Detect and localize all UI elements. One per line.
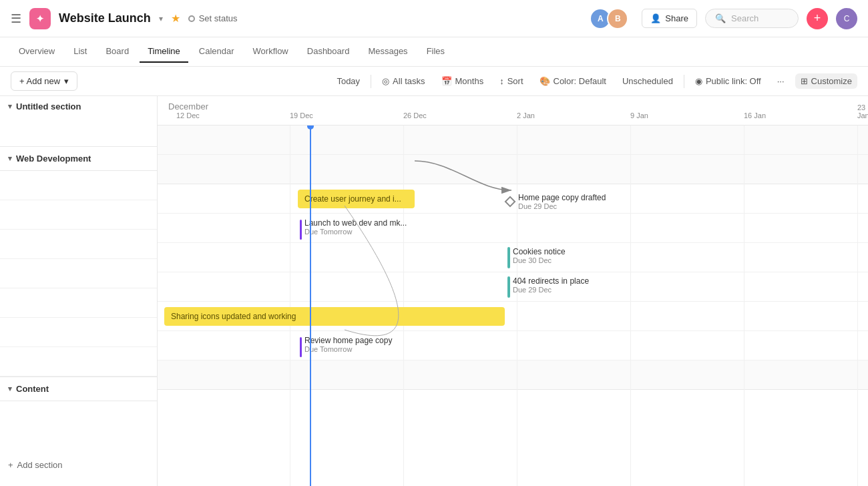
add-section-button[interactable]: + Add section: [0, 455, 157, 475]
unscheduled-button[interactable]: Unscheduled: [617, 73, 678, 89]
task-row-left-2: [0, 200, 157, 230]
toolbar-separator-2: [684, 75, 684, 88]
date-26dec: 26 Dec: [403, 111, 427, 119]
task-row-left-3: [0, 230, 157, 259]
task-label-home-page-copy: Home page copy drafted: [518, 193, 606, 202]
calendar-icon: 📅: [441, 76, 452, 86]
task-label-launch: Launch to web dev and mk...: [304, 218, 407, 228]
tab-dashboard[interactable]: Dashboard: [299, 41, 358, 63]
task-item-404[interactable]: 404 redirects in place Due 29 Dec: [507, 276, 589, 298]
task-bar-sharing-icons[interactable]: Sharing icons updated and working: [164, 307, 505, 326]
section-content[interactable]: ▾ Content: [0, 377, 157, 401]
collapse-icon-content: ▾: [8, 385, 12, 393]
share-button[interactable]: 👤 Share: [642, 9, 697, 28]
untitled-section-row: [158, 126, 868, 155]
sort-button[interactable]: ↕ Sort: [494, 73, 528, 89]
task-row-left-4: [0, 259, 157, 288]
public-link-button[interactable]: ◉ Public link: Off: [690, 73, 767, 89]
purple-bar-review: [300, 337, 302, 357]
tab-list[interactable]: List: [65, 41, 95, 63]
task-label-cookies: Cookies notice: [513, 247, 566, 256]
app-logo: ✦: [29, 8, 51, 29]
tab-board[interactable]: Board: [97, 41, 137, 63]
task-row-left-7: [0, 347, 157, 377]
content-section-row: [158, 360, 868, 390]
tab-overview[interactable]: Overview: [11, 41, 63, 63]
link-icon: ◉: [695, 76, 702, 86]
current-user-avatar[interactable]: C: [836, 8, 857, 29]
task-due-review: Due Tomorrow: [304, 345, 392, 353]
toolbar: + Add new ▾ Today ◎ All tasks 📅 Months ↕…: [0, 67, 868, 96]
task-label-404: 404 redirects in place: [513, 276, 589, 286]
diamond-icon: [505, 196, 516, 208]
task-item-cookies[interactable]: Cookies notice Due 30 Dec: [507, 247, 566, 268]
task-due-404: Due 29 Dec: [513, 286, 589, 294]
search-box[interactable]: 🔍 Search: [705, 9, 799, 28]
task-item-home-page-copy[interactable]: Home page copy drafted Due 29 Dec: [505, 193, 606, 210]
main-content: ▾ Untitled section ▾ Web Development ▾ C…: [0, 96, 868, 486]
set-status-button[interactable]: Set status: [188, 13, 238, 23]
tab-calendar[interactable]: Calendar: [191, 41, 242, 63]
task-item-launch-webdev[interactable]: Launch to web dev and mk... Due Tomorrow: [300, 218, 407, 240]
filter-icon: ◎: [382, 76, 389, 86]
chevron-down-icon: ▾: [64, 76, 69, 86]
status-dot: [188, 15, 195, 22]
task-due-cookies: Due 30 Dec: [513, 256, 566, 264]
task-row-cookies: Cookies notice Due 30 Dec: [158, 243, 868, 272]
date-12dec: 12 Dec: [176, 111, 200, 119]
customize-icon: ⊞: [801, 76, 808, 86]
task-row-review: Review home page copy Due Tomorrow: [158, 331, 868, 360]
project-title: Website Launch: [59, 11, 151, 25]
task-row-404: 404 redirects in place Due 29 Dec: [158, 272, 868, 302]
star-icon[interactable]: ★: [171, 12, 180, 25]
collapse-icon-webdev: ▾: [8, 154, 12, 163]
task-row-create-user-journey: Create user journey and i... Home page c…: [158, 184, 868, 214]
tab-workflow[interactable]: Workflow: [245, 41, 296, 63]
timeline-area: December 12 Dec 19 Dec 26 Dec 2 Jan 9 Ja…: [158, 96, 868, 486]
task-label-review: Review home page copy: [304, 336, 392, 345]
today-button[interactable]: Today: [331, 73, 365, 89]
avatar-user2[interactable]: B: [607, 8, 628, 29]
toolbar-separator: [371, 75, 371, 88]
hamburger-icon[interactable]: ☰: [11, 11, 21, 26]
collapse-icon: ▾: [8, 102, 12, 111]
task-row-left-5: [0, 288, 157, 318]
timeline-header: December 12 Dec 19 Dec 26 Dec 2 Jan 9 Ja…: [158, 96, 868, 126]
purple-bar-launch: [300, 220, 302, 240]
untitled-section-spacer: [0, 117, 157, 146]
chevron-down-icon[interactable]: ▾: [159, 14, 163, 23]
months-view[interactable]: 📅 Months: [436, 73, 489, 89]
add-new-button[interactable]: + Add new ▾: [11, 71, 77, 91]
task-row-left-6: [0, 318, 157, 347]
tab-messages[interactable]: Messages: [360, 41, 415, 63]
month-label: December: [168, 101, 208, 111]
plus-icon: +: [8, 460, 13, 470]
search-icon: 🔍: [715, 13, 726, 23]
timeline-body: Create user journey and i... Home page c…: [158, 126, 868, 486]
tab-timeline[interactable]: Timeline: [140, 41, 188, 63]
tab-files[interactable]: Files: [419, 41, 453, 63]
task-due-launch: Due Tomorrow: [304, 228, 407, 236]
plus-button[interactable]: +: [807, 8, 828, 29]
task-bar-create-user-journey[interactable]: Create user journey and i...: [298, 190, 415, 208]
customize-button[interactable]: ⊞ Customize: [795, 73, 857, 89]
task-row-launch-webdev: Launch to web dev and mk... Due Tomorrow: [158, 214, 868, 243]
teal-bar-cookies: [507, 247, 510, 268]
section-web-development[interactable]: ▾ Web Development: [0, 146, 157, 171]
all-tasks-filter[interactable]: ◎ All tasks: [377, 73, 430, 89]
task-row-sharing-icons: Sharing icons updated and working: [158, 302, 868, 331]
avatars-group: A B: [590, 8, 628, 29]
webdev-section-row: [158, 155, 868, 184]
top-bar: ☰ ✦ Website Launch ▾ ★ Set status A B 👤 …: [0, 0, 868, 37]
share-icon: 👤: [650, 13, 661, 23]
nav-tabs: Overview List Board Timeline Calendar Wo…: [0, 37, 868, 67]
color-button[interactable]: 🎨 Color: Default: [534, 73, 612, 89]
color-icon: 🎨: [539, 76, 550, 86]
more-options-button[interactable]: ···: [772, 73, 790, 89]
teal-bar-404: [507, 276, 510, 298]
date-9jan: 9 Jan: [630, 111, 648, 119]
left-panel: ▾ Untitled section ▾ Web Development ▾ C…: [0, 96, 158, 486]
task-item-review[interactable]: Review home page copy Due Tomorrow: [300, 336, 392, 357]
date-23jan: 23 Jan: [857, 103, 868, 119]
section-untitled[interactable]: ▾ Untitled section: [0, 96, 157, 117]
